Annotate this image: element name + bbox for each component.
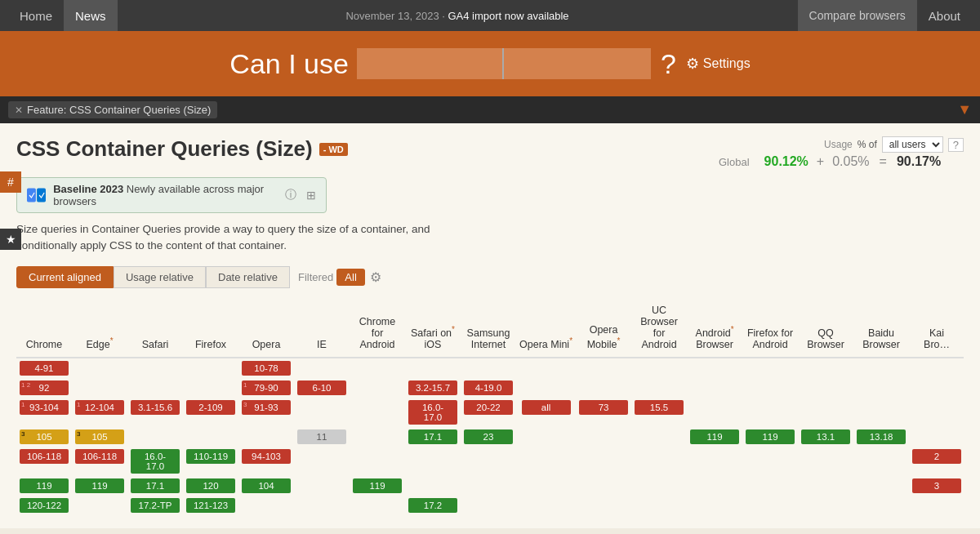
android-v1 <box>687 358 742 378</box>
all-badge[interactable]: All <box>336 269 364 286</box>
opera-v2[interactable]: 179-90 <box>238 378 294 398</box>
opera-v1[interactable]: 10-78 <box>238 358 294 378</box>
opera-mobile-v3[interactable]: 73 <box>576 398 631 427</box>
chrome-v4[interactable]: 3105 <box>16 427 72 447</box>
chrome-v5[interactable]: 106-118 <box>16 447 72 476</box>
opera-mini-v3[interactable]: all <box>516 398 576 427</box>
edge-v3[interactable]: 112-104 <box>72 398 127 427</box>
uc-v7 <box>631 496 687 515</box>
nav-compare[interactable]: Compare browsers <box>798 0 917 31</box>
th-baidu: BaiduBrowser <box>853 301 909 358</box>
opera-mobile-v7 <box>576 496 631 515</box>
nav-news[interactable]: News <box>64 0 118 31</box>
question-button[interactable]: ? <box>948 138 964 152</box>
nav-home[interactable]: Home <box>8 0 64 31</box>
safari-ios-v5 <box>405 447 461 476</box>
th-opera: Opera <box>238 301 294 358</box>
ie-v4[interactable]: 11 <box>294 427 350 447</box>
safari-ios-v7[interactable]: 17.2 <box>405 496 461 515</box>
opera-mini-v2 <box>516 378 576 398</box>
feature-header: CSS Container Queries (Size) - WD Usage … <box>16 136 964 169</box>
chrome-v6[interactable]: 119 <box>16 476 72 496</box>
opera-v3[interactable]: 391-93 <box>238 398 294 427</box>
firefox-android-v4[interactable]: 119 <box>742 427 798 447</box>
th-kai: KaiBro… <box>909 301 964 358</box>
filter-icon[interactable]: ▼ <box>957 101 972 118</box>
samsung-v3[interactable]: 20-22 <box>461 398 516 427</box>
safari-ios-v2[interactable]: 3.2-15.7 <box>405 378 461 398</box>
baidu-v4[interactable]: 13.18 <box>853 427 909 447</box>
filter-tag[interactable]: ✕ Feature: CSS Container Queries (Size) <box>8 101 217 118</box>
opera-v5[interactable]: 94-103 <box>238 447 294 476</box>
global-label: Global <box>719 156 750 168</box>
kai-v6[interactable]: 3 <box>909 476 964 496</box>
firefox-android-v7 <box>742 496 798 515</box>
feature-stats: Usage % of all users ? Global 90.12% + 0… <box>719 136 964 169</box>
usage-plus: + <box>817 154 824 169</box>
firefox-v7[interactable]: 121-123 <box>183 496 238 515</box>
samsung-v7 <box>461 496 516 515</box>
chrome-android-v6[interactable]: 119 <box>350 476 405 496</box>
opera-mobile-v5 <box>576 447 631 476</box>
chrome-v1[interactable]: 4-91 <box>16 358 72 378</box>
settings-label: Settings <box>703 56 751 71</box>
opera-mobile-v1 <box>576 358 631 378</box>
safari-v3[interactable]: 3.1-15.6 <box>127 398 183 427</box>
users-select[interactable]: all users <box>882 136 943 153</box>
bookmark-icon[interactable]: ⊞ <box>306 189 316 202</box>
nav-about[interactable]: About <box>917 0 972 31</box>
ie-v5 <box>294 447 350 476</box>
th-chrome: Chrome <box>16 301 72 358</box>
firefox-v3[interactable]: 2-109 <box>183 398 238 427</box>
table-settings-gear[interactable]: ⚙ <box>370 269 381 285</box>
chrome-v2[interactable]: 1 292 <box>16 378 72 398</box>
opera-v6[interactable]: 104 <box>238 476 294 496</box>
hash-icon-btn[interactable]: # <box>0 171 21 193</box>
percent-of: % of <box>858 139 877 150</box>
usage-equals: = <box>880 154 887 169</box>
nav-date: November 13, 2023 · <box>345 10 448 22</box>
firefox-android-v1 <box>742 358 798 378</box>
tab-date-relative[interactable]: Date relative <box>206 266 290 288</box>
kai-v5[interactable]: 2 <box>909 447 964 476</box>
safari-v2 <box>127 378 183 398</box>
opera-mobile-v4 <box>576 427 631 447</box>
chrome-v7[interactable]: 120-122 <box>16 496 72 515</box>
uc-v5 <box>631 447 687 476</box>
filtered-label: Filtered <box>298 271 333 283</box>
safari-v6[interactable]: 17.1 <box>127 476 183 496</box>
ie-v2[interactable]: 6-10 <box>294 378 350 398</box>
version-row-2: 1 292 179-90 6-10 3.2-15.7 4-19.0 <box>16 378 964 398</box>
opera-mini-v1 <box>516 358 576 378</box>
chrome-android-v7 <box>350 496 405 515</box>
chrome-v3[interactable]: 193-104 <box>16 398 72 427</box>
qq-v3 <box>798 398 853 427</box>
close-icon[interactable]: ✕ <box>15 105 23 116</box>
opera-v7 <box>238 496 294 515</box>
firefox-v5[interactable]: 110-119 <box>183 447 238 476</box>
edge-v5[interactable]: 106-118 <box>72 447 127 476</box>
qq-v4[interactable]: 13.1 <box>798 427 853 447</box>
ie-v7 <box>294 496 350 515</box>
safari-v7[interactable]: 17.2-TP <box>127 496 183 515</box>
safari-ios-v4[interactable]: 17.1 <box>405 427 461 447</box>
safari-v1 <box>127 358 183 378</box>
edge-v4[interactable]: 3105 <box>72 427 127 447</box>
search-settings[interactable]: ⚙ Settings <box>686 55 751 73</box>
search-input-2[interactable] <box>504 48 651 79</box>
th-uc: UCBrowserforAndroid <box>631 301 687 358</box>
edge-v6[interactable]: 119 <box>72 476 127 496</box>
safari-ios-v3[interactable]: 16.0-17.0 <box>405 398 461 427</box>
tab-current-aligned[interactable]: Current aligned <box>16 266 114 288</box>
info-icon[interactable]: ⓘ <box>285 188 296 202</box>
firefox-v6[interactable]: 120 <box>183 476 238 496</box>
samsung-v2[interactable]: 4-19.0 <box>461 378 516 398</box>
uc-v3[interactable]: 15.5 <box>631 398 687 427</box>
baidu-v3 <box>853 398 909 427</box>
star-icon-btn[interactable]: ★ <box>0 229 21 250</box>
android-v4[interactable]: 119 <box>687 427 742 447</box>
search-input-1[interactable] <box>357 48 504 79</box>
samsung-v4[interactable]: 23 <box>461 427 516 447</box>
safari-v5[interactable]: 16.0-17.0 <box>127 447 183 476</box>
tab-usage-relative[interactable]: Usage relative <box>114 266 206 288</box>
